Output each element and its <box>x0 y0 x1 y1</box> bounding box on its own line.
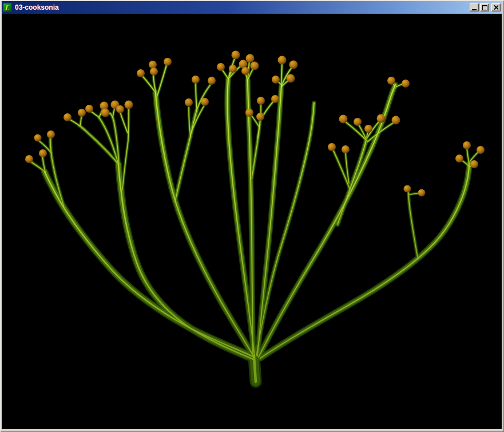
sporangium <box>387 77 395 85</box>
sporangium <box>246 54 255 63</box>
sporangium <box>149 61 157 69</box>
minimize-button[interactable] <box>470 3 479 11</box>
sporangium <box>125 101 133 109</box>
sporangium <box>185 98 193 106</box>
sporangium <box>354 118 362 126</box>
viewport[interactable] <box>2 14 502 429</box>
stem-path <box>120 112 128 133</box>
sporangium <box>271 95 279 103</box>
maximize-icon <box>482 5 487 10</box>
stem-path <box>254 356 256 382</box>
sporangium <box>272 76 280 84</box>
window-title: 03-cooksonia <box>15 3 470 11</box>
sporangium <box>232 51 240 60</box>
sporangium <box>137 69 145 77</box>
sporangium <box>287 74 295 83</box>
stem-path <box>157 65 166 97</box>
sporangium <box>47 130 55 138</box>
sporangium <box>377 114 386 123</box>
sporangium <box>164 58 172 66</box>
close-button[interactable] <box>491 3 501 11</box>
sporangium <box>245 109 253 117</box>
sporangium <box>278 56 287 65</box>
window-controls <box>470 3 501 11</box>
lstudio-l-icon: L <box>5 4 10 11</box>
sporangium <box>477 146 485 154</box>
stem-path <box>175 110 197 201</box>
close-icon <box>494 5 499 10</box>
sporangium <box>241 67 249 75</box>
sporangium <box>392 116 400 125</box>
sporangium <box>455 154 463 163</box>
minimize-icon <box>472 9 477 10</box>
app-icon[interactable]: L <box>3 3 12 12</box>
plant-rendering <box>2 14 502 429</box>
sporangium <box>34 134 42 142</box>
sporangium <box>418 189 426 197</box>
sporangium <box>289 61 298 69</box>
stem-path <box>260 164 469 358</box>
sporangium <box>64 113 72 121</box>
stem-path <box>260 164 469 358</box>
sporangium <box>463 141 471 149</box>
sporangium <box>208 77 216 85</box>
sporangium <box>251 62 259 70</box>
stem-path <box>260 164 469 358</box>
sporangium <box>150 68 158 76</box>
title-bar[interactable]: L 03-cooksonia <box>2 1 502 14</box>
sporangium <box>256 113 264 121</box>
sporangium <box>328 143 336 151</box>
sporangium <box>192 76 200 84</box>
sporangium <box>364 125 372 133</box>
sporangium <box>229 65 237 73</box>
stem-path <box>45 172 254 357</box>
sporangium <box>85 105 93 113</box>
sporangium <box>201 98 209 106</box>
maximize-button[interactable] <box>480 3 489 11</box>
sporangium <box>402 80 410 88</box>
app-window: L 03-cooksonia <box>0 0 504 432</box>
sporangium <box>78 109 86 117</box>
sporangium <box>116 105 124 113</box>
sporangium <box>257 97 265 105</box>
sporangium <box>25 155 33 163</box>
sporangium <box>39 149 47 157</box>
sporangium <box>101 109 110 117</box>
stem-path <box>45 172 254 357</box>
sporangium <box>470 160 478 168</box>
sporangium <box>217 63 225 71</box>
sporangium <box>342 145 350 153</box>
sporangium <box>339 115 348 124</box>
sporangium <box>404 185 411 193</box>
stem-path <box>45 172 254 357</box>
